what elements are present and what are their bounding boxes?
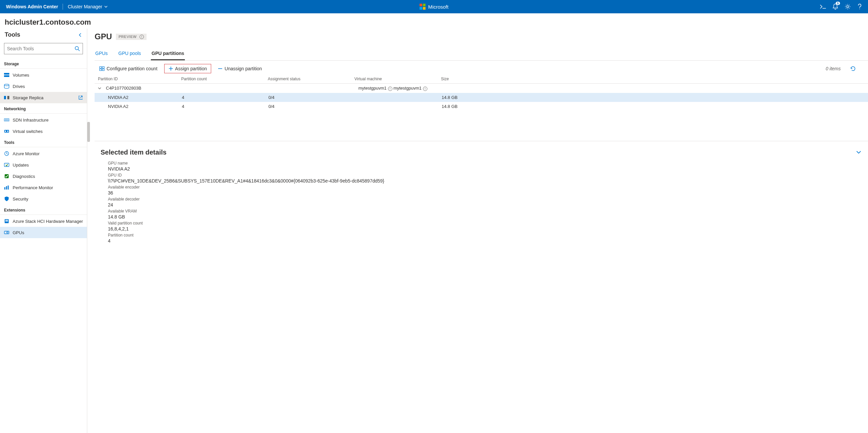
layout: Tools Storage Volumes Drives Storage Rep… — [0, 29, 868, 433]
volumes-icon — [4, 72, 9, 78]
diagnostics-icon — [4, 174, 9, 179]
main-content: GPU PREVIEW i GPUs GPU pools GPU partiti… — [87, 29, 868, 433]
detail-value: 36 — [108, 190, 861, 195]
unassign-partition-button[interactable]: Unassign partition — [215, 64, 265, 73]
detail-value: 14.8 GB — [108, 214, 861, 219]
hci-icon — [4, 218, 9, 224]
context-dropdown[interactable]: Cluster Manager — [68, 4, 107, 9]
configure-icon — [99, 66, 104, 71]
svg-rect-18 — [6, 186, 7, 189]
col-partition-id[interactable]: Partition ID — [98, 76, 181, 81]
azure-monitor-icon — [4, 151, 9, 156]
table-row[interactable]: NVIDIA A2 4 0/4 14.8 GB — [95, 102, 868, 111]
configure-partition-button[interactable]: Configure partition count — [96, 64, 161, 73]
tabs: GPUs GPU pools GPU partitions — [95, 48, 868, 61]
sidebar-item-sdn[interactable]: SDN Infrastructure — [0, 114, 87, 126]
sidebar-item-volumes[interactable]: Volumes — [0, 69, 87, 81]
sidebar-item-drives[interactable]: Drives — [0, 81, 87, 92]
sidebar-item-hci-hardware[interactable]: Azure Stack HCI Hardware Manager — [0, 216, 87, 227]
cell-name: NVIDIA A2 — [108, 95, 182, 100]
sidebar-item-label: Storage Replica — [13, 95, 43, 100]
help-button[interactable] — [857, 4, 862, 10]
tools-header: Tools — [0, 29, 87, 42]
button-label: Assign partition — [175, 66, 207, 71]
sdn-icon — [4, 117, 9, 123]
svg-point-24 — [7, 232, 8, 233]
col-assignment-status[interactable]: Assignment status — [268, 76, 354, 81]
sidebar-item-label: Updates — [13, 162, 29, 167]
col-virtual-machine[interactable]: Virtual machine — [354, 76, 441, 81]
sidebar-item-diagnostics[interactable]: Diagnostics — [0, 171, 87, 182]
svg-rect-17 — [4, 187, 5, 189]
microsoft-logo-icon — [420, 4, 426, 10]
sidebar-item-azure-monitor[interactable]: Azure Monitor — [0, 148, 87, 159]
sidebar-item-label: Diagnostics — [13, 174, 35, 179]
tools-title: Tools — [5, 31, 20, 38]
info-icon[interactable]: i — [388, 87, 392, 91]
sidebar-item-updates[interactable]: Updates — [0, 159, 87, 171]
col-size[interactable]: Size — [441, 76, 865, 81]
vswitch-icon — [4, 129, 9, 134]
top-bar: Windows Admin Center Cluster Manager Mic… — [0, 0, 868, 13]
notification-badge: 5 — [836, 2, 840, 5]
refresh-button[interactable] — [850, 66, 856, 72]
brand-label: Microsoft — [428, 4, 448, 10]
table-row[interactable]: NVIDIA A2 4 0/4 14.8 GB — [95, 93, 868, 102]
svg-point-8 — [5, 120, 6, 120]
divider — [63, 4, 63, 10]
sidebar-item-storage-replica[interactable]: Storage Replica — [0, 92, 87, 103]
svg-point-0 — [847, 6, 849, 8]
section-storage: Storage — [0, 58, 87, 69]
details-title: Selected item details — [101, 149, 166, 156]
preview-badge-label: PREVIEW — [119, 35, 136, 39]
collapse-details-button[interactable] — [856, 150, 861, 154]
page-title: GPU — [95, 32, 112, 41]
detail-label: GPU name — [108, 161, 861, 165]
col-partition-count[interactable]: Partition count — [181, 76, 268, 81]
section-networking: Networking — [0, 103, 87, 114]
search-icon — [74, 46, 80, 51]
assign-partition-button[interactable]: Assign partition — [164, 64, 212, 73]
shield-icon — [4, 196, 9, 202]
sidebar-item-perf-monitor[interactable]: Performance Monitor — [0, 182, 87, 193]
cloud-shell-button[interactable] — [820, 4, 826, 9]
sidebar-item-label: SDN Infrastructure — [13, 118, 49, 123]
group-row[interactable]: C4P1077002803B mytestgpuvm1i mytestgpuvm… — [95, 84, 868, 93]
search-input[interactable] — [7, 46, 74, 51]
button-label: Unassign partition — [224, 66, 262, 71]
updates-icon — [4, 162, 9, 167]
info-icon[interactable]: i — [140, 35, 144, 39]
svg-point-10 — [8, 120, 8, 120]
section-tools: Tools — [0, 137, 87, 147]
svg-rect-28 — [102, 69, 104, 71]
svg-point-1 — [75, 47, 79, 50]
detail-label: Available VRAM — [108, 209, 861, 214]
detail-value: 4 — [108, 238, 861, 244]
detail-label: Partition count — [108, 233, 861, 238]
collapse-sidebar-button[interactable] — [78, 33, 82, 37]
detail-value: 16,8,4,2,1 — [108, 226, 861, 231]
page-title-row: GPU PREVIEW i — [95, 30, 868, 41]
items-count: 0 items — [826, 66, 841, 71]
cell-count: 4 — [182, 104, 269, 109]
grid-header: Partition ID Partition count Assignment … — [95, 76, 868, 84]
gear-icon — [845, 4, 851, 10]
svg-rect-27 — [100, 69, 101, 71]
sidebar-item-virtual-switches[interactable]: Virtual switches — [0, 126, 87, 137]
product-name[interactable]: Windows Admin Center — [6, 4, 58, 9]
tab-gpu-partitions[interactable]: GPU partitions — [151, 48, 185, 60]
sidebar-item-gpus[interactable]: GPUs — [0, 227, 87, 238]
terminal-icon — [820, 4, 826, 9]
sidebar-item-label: Volumes — [13, 72, 29, 78]
search-tools[interactable] — [4, 43, 83, 54]
notifications-button[interactable]: 5 — [833, 4, 838, 10]
tab-gpu-pools[interactable]: GPU pools — [118, 48, 142, 60]
scrollbar-thumb[interactable] — [87, 122, 90, 142]
info-icon[interactable]: i — [423, 87, 427, 91]
sidebar-item-security[interactable]: Security — [0, 193, 87, 205]
top-bar-right: 5 — [820, 4, 862, 10]
sidebar-item-label: GPUs — [13, 230, 24, 235]
settings-button[interactable] — [845, 4, 851, 10]
tab-gpus[interactable]: GPUs — [95, 48, 108, 60]
perf-icon — [4, 185, 9, 190]
